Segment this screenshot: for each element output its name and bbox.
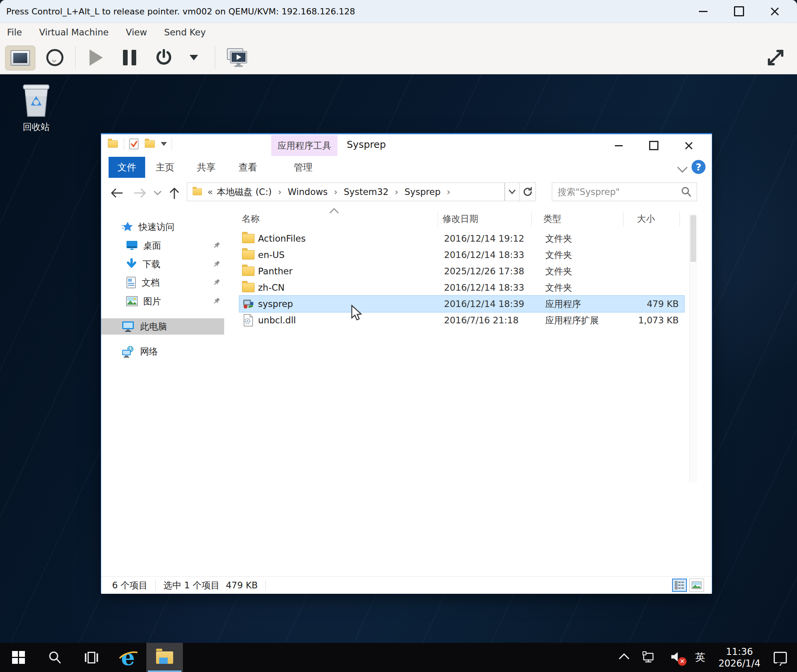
file-row-zh-cn[interactable]: zh-CN 2016/12/14 18:33 文件夹 <box>239 279 684 296</box>
tab-share[interactable]: 共享 <box>188 157 225 178</box>
back-button[interactable] <box>110 187 124 199</box>
shutdown-button[interactable] <box>153 46 174 70</box>
address-breadcrumb[interactable]: « 本地磁盘 (C:) › Windows › System32 › Syspr… <box>187 182 505 201</box>
scrollbar-thumb[interactable] <box>690 215 696 262</box>
breadcrumb-chevron-icon[interactable]: › <box>392 187 400 197</box>
address-history-dropdown-button[interactable] <box>505 182 520 201</box>
tray-clock[interactable]: 11:36 2026/1/4 <box>718 646 760 669</box>
file-name: ActionFiles <box>258 230 306 247</box>
pause-icon <box>123 50 136 65</box>
file-row-en-us[interactable]: en-US 2016/12/14 18:33 文件夹 <box>239 247 684 263</box>
file-row-sysprep-selected[interactable]: sysprep 2016/12/14 18:39 应用程序 479 KB <box>239 296 684 312</box>
minimize-button[interactable] <box>697 5 710 18</box>
help-button[interactable]: ? <box>692 160 706 174</box>
details-view-icon <box>675 581 684 590</box>
start-button[interactable] <box>0 643 37 672</box>
task-view-button[interactable] <box>73 643 110 672</box>
search-box[interactable] <box>552 182 697 201</box>
vm-desktop[interactable]: 回收站 应用程序工具 Sysprep <box>0 74 797 672</box>
tab-home[interactable]: 主页 <box>147 157 183 178</box>
breadcrumb-chevron-icon[interactable]: › <box>276 187 284 197</box>
file-row-panther[interactable]: Panther 2025/12/26 17:38 文件夹 <box>239 263 684 279</box>
volume-tray-icon[interactable]: ✕ <box>670 651 682 664</box>
breadcrumb-chevron-icon[interactable]: › <box>332 187 340 197</box>
file-row-actionfiles[interactable]: ActionFiles 2016/12/14 19:12 文件夹 <box>239 230 684 247</box>
menu-send-key[interactable]: Send Key <box>164 27 206 37</box>
taskbar-search-button[interactable] <box>37 643 73 672</box>
up-button[interactable] <box>168 187 181 200</box>
details-view-button[interactable] <box>672 579 687 592</box>
graphical-console-button[interactable] <box>5 46 35 70</box>
network-icon <box>121 345 135 358</box>
file-explorer-button[interactable] <box>146 643 183 672</box>
menu-view[interactable]: View <box>126 27 147 37</box>
column-divider[interactable] <box>679 211 680 227</box>
column-header-date[interactable]: 修改日期 <box>442 210 478 227</box>
show-hardware-details-button[interactable] <box>45 46 65 70</box>
column-header-type[interactable]: 类型 <box>543 210 561 227</box>
thumbnail-view-button[interactable] <box>689 579 704 592</box>
explorer-maximize-button[interactable] <box>636 134 671 157</box>
vertical-scrollbar[interactable] <box>689 214 697 483</box>
sidebar-item-desktop[interactable]: 桌面 <box>101 237 224 254</box>
sidebar-item-documents[interactable]: 文档 <box>101 274 224 291</box>
recycle-bin[interactable]: 回收站 <box>11 79 61 133</box>
column-header-size[interactable]: 大小 <box>637 210 655 227</box>
properties-check-icon[interactable] <box>129 138 139 150</box>
column-divider[interactable] <box>438 211 438 227</box>
explorer-close-button[interactable] <box>671 134 706 157</box>
internet-explorer-button[interactable]: e <box>110 643 146 672</box>
sidebar-item-network[interactable]: 网络 <box>101 343 224 360</box>
show-hidden-icons-chevron[interactable] <box>619 653 629 664</box>
sidebar-item-this-pc[interactable]: 此电脑 <box>101 318 224 335</box>
breadcrumb-chevron-icon[interactable]: › <box>444 187 453 197</box>
file-date: 2016/7/16 21:18 <box>444 312 519 328</box>
column-divider[interactable] <box>623 211 623 227</box>
folder-icon <box>242 234 255 243</box>
explorer-titlebar[interactable]: 应用程序工具 Sysprep <box>101 134 712 157</box>
close-button[interactable] <box>768 5 781 18</box>
desktop-icon <box>126 240 138 251</box>
tab-view[interactable]: 查看 <box>230 157 266 178</box>
collapse-ribbon-chevron-icon[interactable] <box>677 162 688 173</box>
vm-titlebar: Press Control_L+Alt_L to release pointer… <box>0 0 797 23</box>
explorer-minimize-button[interactable] <box>601 134 636 157</box>
file-date: 2016/12/14 18:39 <box>444 296 524 312</box>
sidebar-label: 文档 <box>142 277 160 289</box>
run-button[interactable] <box>86 46 106 70</box>
maximize-button[interactable] <box>732 5 746 18</box>
breadcrumb-system32[interactable]: System32 <box>344 187 388 197</box>
sidebar-item-quick-access[interactable]: 快速访问 <box>101 219 224 235</box>
recent-locations-chevron-icon[interactable] <box>153 190 162 197</box>
sidebar-item-pictures[interactable]: 图片 <box>101 293 224 309</box>
breadcrumb-windows[interactable]: Windows <box>288 187 328 197</box>
sidebar-item-downloads[interactable]: 下载 <box>101 256 224 272</box>
breadcrumb-drive[interactable]: 本地磁盘 (C:) <box>217 186 272 198</box>
refresh-button[interactable] <box>519 182 536 201</box>
action-center-icon[interactable] <box>774 652 787 663</box>
new-folder-icon[interactable] <box>145 140 155 147</box>
customize-qat-chevron-icon[interactable] <box>161 142 167 146</box>
sidebar-label: 下载 <box>142 258 160 270</box>
input-language-indicator[interactable]: 英 <box>695 651 705 664</box>
menu-file[interactable]: File <box>7 27 22 37</box>
shutdown-menu-button[interactable] <box>185 46 202 70</box>
file-row-unbcl-dll[interactable]: unbcl.dll 2016/7/16 21:18 应用程序扩展 1,073 K… <box>239 312 684 328</box>
sidebar-label: 快速访问 <box>139 221 174 233</box>
pause-button[interactable] <box>120 46 139 70</box>
search-input[interactable] <box>552 187 680 197</box>
forward-button[interactable] <box>133 187 147 199</box>
menu-virtual-machine[interactable]: Virtual Machine <box>39 27 109 37</box>
search-icon[interactable] <box>680 186 692 198</box>
tray-time: 11:36 <box>718 646 760 658</box>
breadcrumb-sysprep[interactable]: Sysprep <box>404 187 441 197</box>
status-bar: 6 个项目 选中 1 个项目 479 KB <box>101 576 712 594</box>
tab-file[interactable]: 文件 <box>109 157 145 178</box>
column-divider[interactable] <box>531 211 532 227</box>
column-header-name[interactable]: 名称 <box>242 210 260 227</box>
tab-manage[interactable]: 管理 <box>285 157 321 178</box>
fullscreen-button[interactable] <box>762 46 789 70</box>
file-date: 2016/12/14 18:33 <box>444 279 524 296</box>
network-tray-icon[interactable] <box>642 651 657 664</box>
virtual-machine-display-button[interactable] <box>223 46 251 70</box>
